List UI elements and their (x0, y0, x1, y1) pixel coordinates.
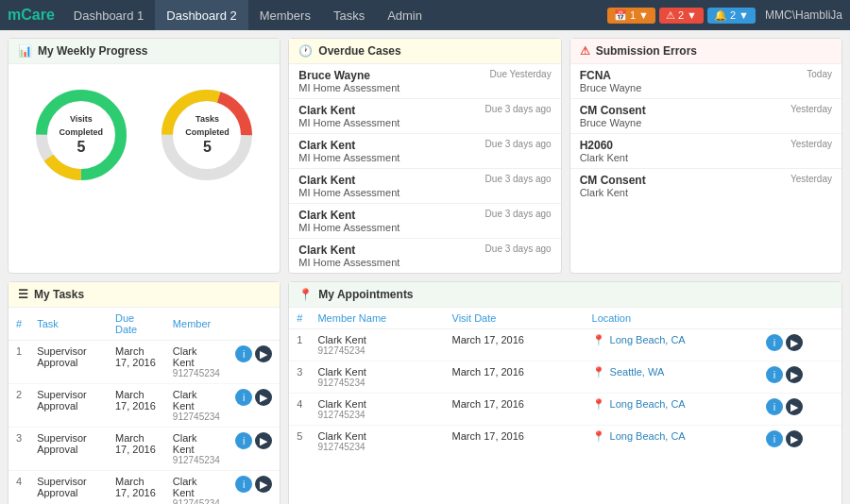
error-title: CM Consent (580, 104, 646, 117)
case-due: Due 3 days ago (485, 139, 552, 149)
tasks-col-num: # (8, 308, 29, 341)
weekly-progress-header: 📊 My Weekly Progress (8, 39, 280, 64)
tasks-icon: ☰ (18, 288, 28, 301)
appt-col-member: Member Name (310, 308, 444, 329)
task-due: March 17, 2016 (108, 428, 165, 471)
nav-tab-tasks[interactable]: Tasks (322, 0, 376, 30)
nav-tab-dashboard1[interactable]: Dashboard 1 (62, 0, 155, 30)
overdue-cases-header: 🕐 Overdue Cases (289, 39, 560, 64)
error-person: Clark Kent (580, 152, 628, 163)
appointments-table: # Member Name Visit Date Location 1 Clar… (289, 308, 842, 457)
tasks-value: 5 (181, 138, 233, 158)
case-item: Bruce Wayne MI Home Assessment Due Yeste… (289, 64, 560, 99)
nav-tab-admin[interactable]: Admin (376, 0, 434, 30)
task-num: 3 (8, 428, 29, 471)
warning-icon: ⚠ (580, 44, 590, 58)
table-row: 4 Clark Kent 912745234 March 17, 2016 📍 … (289, 394, 842, 426)
my-appointments-header: 📍 My Appointments (289, 282, 842, 308)
appt-nav-button[interactable]: ▶ (786, 366, 803, 383)
nav-tab-members[interactable]: Members (248, 0, 322, 30)
appt-col-num: # (289, 308, 310, 329)
case-item: Clark Kent MI Home Assessment Due 3 days… (289, 239, 560, 273)
info-button[interactable]: i (235, 432, 252, 449)
error-date: Today (807, 69, 832, 93)
submission-errors-title: Submission Errors (596, 44, 697, 58)
task-num: 4 (8, 471, 29, 505)
error-item: CM Consent Bruce Wayne Yesterday (570, 99, 842, 134)
case-assessment: MI Home Assessment (298, 257, 400, 268)
overdue-cases-title: Overdue Cases (318, 44, 400, 58)
case-name: Clark Kent (298, 104, 400, 117)
appt-member: Clark Kent 912745234 (310, 361, 444, 394)
location-pin-icon: 📍 (592, 398, 605, 410)
alert-icon: ⚠ (666, 9, 675, 22)
tasks-col-actions (228, 308, 280, 341)
tasks-col-member: Member (165, 308, 228, 341)
submission-errors-header: ⚠ Submission Errors (570, 39, 842, 64)
bell-badge[interactable]: 🔔 2 ▼ (707, 8, 756, 24)
appt-nav-button[interactable]: ▶ (786, 398, 803, 415)
main-content: 📊 My Weekly Progress Visits Completed 5 (0, 30, 850, 504)
table-row: 5 Clark Kent 912745234 March 17, 2016 📍 … (289, 426, 842, 458)
nav-tab-dashboard2[interactable]: Dashboard 2 (155, 0, 247, 30)
nav-button[interactable]: ▶ (255, 345, 272, 362)
error-date: Yesterday (790, 174, 832, 198)
appt-nav-button[interactable]: ▶ (786, 430, 803, 447)
tasks-donut: Tasks Completed 5 (155, 83, 259, 187)
overdue-cases-list: Bruce Wayne MI Home Assessment Due Yeste… (289, 64, 560, 273)
case-item: Clark Kent MI Home Assessment Due 3 days… (289, 204, 560, 239)
nav-user: MMC\HambliJa (765, 8, 842, 22)
nav-button[interactable]: ▶ (255, 432, 272, 449)
appt-nav-button[interactable]: ▶ (786, 334, 803, 351)
alert-badge[interactable]: ⚠ 2 ▼ (659, 8, 704, 24)
case-name: Clark Kent (298, 209, 400, 222)
calendar-icon: 📅 (614, 9, 627, 22)
info-button[interactable]: i (235, 476, 252, 493)
case-assessment: MI Home Assessment (298, 152, 400, 163)
tasks-label: Tasks Completed 5 (181, 112, 233, 158)
case-name: Clark Kent (298, 174, 400, 187)
info-button[interactable]: i (235, 389, 252, 406)
weekly-progress-card: 📊 My Weekly Progress Visits Completed 5 (8, 38, 280, 274)
alert-count: 2 (678, 9, 684, 21)
calendar-count: 1 (630, 9, 636, 21)
appointments-icon: 📍 (298, 288, 313, 301)
nav-button[interactable]: ▶ (255, 476, 272, 493)
tasks-text: Tasks Completed (185, 114, 230, 137)
case-assessment: MI Home Assessment (298, 117, 400, 128)
case-assessment: MI Home Assessment (298, 222, 400, 233)
appt-info-button[interactable]: i (766, 430, 783, 447)
appt-date: March 17, 2016 (445, 394, 585, 426)
nav-button[interactable]: ▶ (255, 389, 272, 406)
task-actions: i ▶ (228, 471, 280, 505)
submission-errors-list: FCNA Bruce Wayne Today CM Consent Bruce … (570, 64, 842, 203)
appt-date: March 17, 2016 (445, 426, 585, 458)
appt-member: Clark Kent 912745234 (310, 394, 444, 426)
table-row: 2 Supervisor Approval March 17, 2016 Cla… (8, 384, 280, 428)
info-button[interactable]: i (235, 345, 252, 362)
case-due: Due 3 days ago (485, 174, 552, 184)
table-row: 1 Supervisor Approval March 17, 2016 Cla… (8, 341, 280, 384)
case-item: Clark Kent MI Home Assessment Due 3 days… (289, 134, 560, 169)
appt-actions: i ▶ (758, 361, 842, 394)
visits-label: Visits Completed 5 (55, 112, 107, 158)
task-due: March 17, 2016 (108, 341, 165, 384)
my-appointments-title: My Appointments (318, 288, 413, 301)
task-num: 1 (8, 341, 29, 384)
appt-num: 5 (289, 426, 310, 458)
submission-errors-card: ⚠ Submission Errors FCNA Bruce Wayne Tod… (570, 38, 842, 274)
appt-info-button[interactable]: i (766, 366, 783, 383)
my-tasks-title: My Tasks (34, 288, 84, 301)
chart-icon: 📊 (18, 44, 32, 58)
case-item: Clark Kent MI Home Assessment Due 3 days… (289, 99, 560, 134)
error-item: CM Consent Clark Kent Yesterday (570, 169, 842, 203)
task-name: Supervisor Approval (29, 384, 108, 428)
error-person: Bruce Wayne (580, 82, 642, 93)
appt-location: 📍 Long Beach, CA (585, 394, 758, 426)
appt-info-button[interactable]: i (766, 398, 783, 415)
appt-location: 📍 Seattle, WA (585, 361, 758, 394)
case-assessment: MI Home Assessment (298, 187, 400, 198)
error-item: FCNA Bruce Wayne Today (570, 64, 842, 99)
calendar-badge[interactable]: 📅 1 ▼ (607, 8, 655, 24)
appt-info-button[interactable]: i (766, 334, 783, 351)
